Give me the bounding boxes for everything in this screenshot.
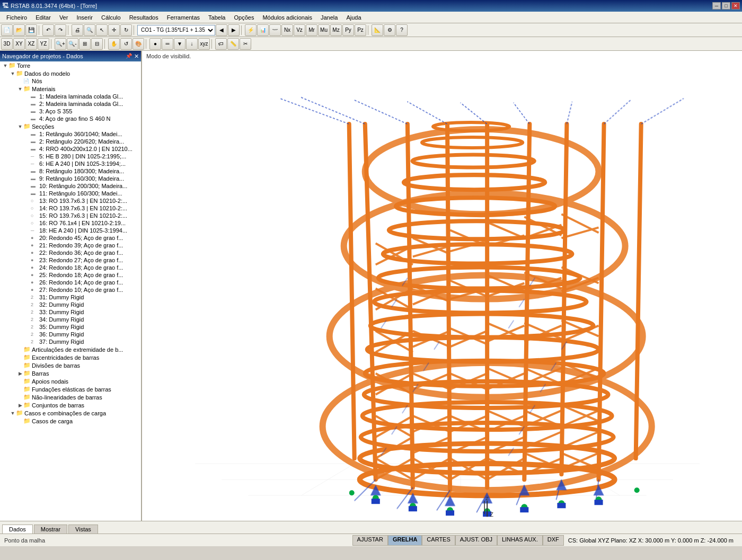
tree-node-dados[interactable]: ▼📁Dados do modelo [0, 69, 141, 77]
supports-btn[interactable]: ▼ [174, 38, 186, 50]
menu-item-tabela[interactable]: Tabela [204, 13, 229, 22]
tree-node-apoios[interactable]: 📁Apoios nodais [0, 377, 141, 385]
menu-item-opções[interactable]: Opções [229, 13, 258, 22]
menu-item-janela[interactable]: Janela [316, 13, 342, 22]
tree-node-sec13[interactable]: ○13: RO 193.7x6.3 | EN 10210-2:... [0, 197, 141, 205]
zoomwindow-button[interactable]: ⊟ [91, 38, 103, 50]
menu-item-módulos-adicionais[interactable]: Módulos adicionais [258, 13, 316, 22]
undo-button[interactable]: ↶ [42, 24, 54, 36]
prev-combo[interactable]: ◀ [216, 24, 227, 36]
restore-button[interactable]: □ [722, 2, 730, 10]
calc-button[interactable]: ⚡ [245, 24, 257, 36]
status-btn-ajust.obj[interactable]: AJUST. OBJ [455, 535, 497, 546]
nodes-btn[interactable]: ● [149, 38, 161, 50]
tree-node-sec26[interactable]: ●26: Redondo 14; Aço de grao f... [0, 279, 141, 286]
tree-node-sec18[interactable]: ─18: HE A 240 | DIN 1025-3:1994... [0, 227, 141, 234]
tree-node-sec36[interactable]: 236: Dummy Rigid [0, 331, 141, 338]
menu-item-ficheiro[interactable]: Ficheiro [2, 13, 31, 22]
zoom-button[interactable]: 🔍 [84, 24, 95, 36]
tree-node-sec10[interactable]: ▬10: Retângulo 200/300; Madeira... [0, 182, 141, 190]
rotate-button[interactable]: ↻ [120, 24, 132, 36]
close-button[interactable]: ✕ [731, 2, 740, 10]
tree-node-sec37[interactable]: 237: Dummy Rigid [0, 338, 141, 345]
combination-combo[interactable]: CO1 - TG (1.35*LF1 + 1.35 [137, 25, 215, 35]
status-btn-dxf[interactable]: DXF [543, 535, 564, 546]
view3d-button[interactable]: 3D [1, 38, 13, 50]
render-button[interactable]: 🎨 [132, 38, 144, 50]
moment2-button[interactable]: Mu [318, 24, 330, 36]
tree-node-conjuntos[interactable]: ▶📁Conjuntos de barras [0, 401, 141, 409]
print-button[interactable]: 🖨 [72, 24, 83, 36]
tree-node-sec25[interactable]: ●25: Redondo 18; Aço de grao f... [0, 271, 141, 279]
tree-node-mat1[interactable]: ▬1: Madeira laminada colada Gl... [0, 93, 141, 100]
redo-button[interactable]: ↷ [55, 24, 66, 36]
tree-node-naolin[interactable]: 📁Não-linearidades de barras [0, 393, 141, 401]
tree-node-barras[interactable]: ▶📁Barras [0, 369, 141, 377]
orbit-button[interactable]: ↺ [120, 38, 132, 50]
viewxz-button[interactable]: XZ [25, 38, 37, 50]
tree-node-fundacoes[interactable]: 📁Fundações elásticas de barras [0, 385, 141, 393]
menu-item-inserir[interactable]: Inserir [72, 13, 97, 22]
tree-node-sec33[interactable]: 233: Dummy Rigid [0, 308, 141, 316]
bottom-tab-mostrar[interactable]: Mostrar [34, 525, 67, 534]
tree-node-sec24[interactable]: ●24: Redondo 18; Aço de grao f... [0, 264, 141, 271]
config-button[interactable]: ⚙ [384, 24, 395, 36]
moment-button[interactable]: Mr [306, 24, 317, 36]
menu-item-ajuda[interactable]: Ajuda [342, 13, 365, 22]
moment4-button[interactable]: Py [342, 24, 354, 36]
tree-node-sec35[interactable]: 235: Dummy Rigid [0, 323, 141, 331]
tree-node-sec22[interactable]: ●22: Redondo 36; Aço de grao f... [0, 249, 141, 256]
tree-expander-materiais[interactable]: ▼ [17, 86, 23, 92]
tree-area[interactable]: ▼📁Torre▼📁Dados do modelo📄Nós▼📁Materiais▬… [0, 61, 141, 521]
tree-node-sec32[interactable]: 232: Dummy Rigid [0, 301, 141, 308]
viewport[interactable]: Modo de visibilid. [142, 51, 742, 521]
tree-node-sec15[interactable]: ○15: RO 139.7x6.3 | EN 10210-2:... [0, 212, 141, 219]
tree-node-sec4[interactable]: ▬4: RRO 400x200x12.0 | EN 10210... [0, 145, 141, 153]
section-btn[interactable]: ✂ [240, 38, 251, 50]
tree-node-excentricidades[interactable]: 📁Excentricidades de barras [0, 353, 141, 361]
results-button[interactable]: 📊 [257, 24, 269, 36]
tree-node-mat3[interactable]: ▬3: Aço S 355 [0, 108, 141, 115]
tree-node-nos[interactable]: 📄Nós [0, 77, 141, 85]
status-btn-linhasaux.[interactable]: LINHAS AUX. [497, 535, 543, 546]
open-button[interactable]: 📂 [13, 24, 25, 36]
tree-node-materiais[interactable]: ▼📁Materiais [0, 85, 141, 93]
tree-node-sec5[interactable]: ─5: HE B 280 | DIN 1025-2:1995;... [0, 153, 141, 160]
tree-node-sec2[interactable]: ▬2: Retângulo 220/620; Madeira... [0, 138, 141, 145]
status-btn-ajustar[interactable]: AJUSTAR [352, 535, 388, 546]
menu-item-cálculo[interactable]: Cálculo [97, 13, 125, 22]
tree-node-cargas[interactable]: 📁Casos de carga [0, 417, 141, 425]
tree-node-sec11[interactable]: ▬11: Retângulo 160/300; Madei... [0, 190, 141, 197]
tree-node-sec16[interactable]: ○16: RO 76.1x4 | EN 10210-2:19... [0, 219, 141, 227]
viewxy-button[interactable]: XY [13, 38, 25, 50]
forces-button[interactable]: Nx [281, 24, 293, 36]
zoomfit-button[interactable]: ⊞ [79, 38, 91, 50]
tree-node-articulacoes[interactable]: 📁Articulações de extremidade de b... [0, 345, 141, 353]
tree-node-sec8[interactable]: ▬8: Retângulo 180/300; Madeira... [0, 167, 141, 175]
tree-node-sec9[interactable]: ▬9: Retângulo 160/300; Madeira... [0, 175, 141, 182]
zoomout-button[interactable]: 🔍- [67, 38, 78, 50]
select-button[interactable]: ↖ [96, 24, 108, 36]
menu-item-ferramentas[interactable]: Ferramentas [163, 13, 204, 22]
status-btn-cartes[interactable]: CARTES [422, 535, 455, 546]
deform-button[interactable]: 〰 [269, 24, 281, 36]
tree-node-mat4[interactable]: ▬4: Aço de grao fino S 460 N [0, 115, 141, 122]
tree-node-divisoes[interactable]: 📁Divisões de barras [0, 361, 141, 369]
next-combo[interactable]: ▶ [228, 24, 240, 36]
viewyz-button[interactable]: YZ [38, 38, 49, 50]
tree-node-sec1[interactable]: ▬1: Retângulo 360/1040; Madei... [0, 130, 141, 138]
tree-node-casos[interactable]: ▼📁Casos e combinações de carga [0, 409, 141, 417]
pan-button[interactable]: ✋ [108, 38, 120, 50]
status-btn-grelha[interactable]: GRELHA [388, 535, 422, 546]
help-button[interactable]: ? [396, 24, 408, 36]
panel-pin[interactable]: 📌 [126, 53, 132, 60]
axes-btn[interactable]: xyz [198, 38, 210, 50]
tree-node-seccoes[interactable]: ▼📁Secções [0, 122, 141, 130]
save-button[interactable]: 💾 [25, 24, 37, 36]
tree-node-sec31[interactable]: 231: Dummy Rigid [0, 294, 141, 301]
bottom-tab-vistas[interactable]: Vistas [68, 525, 98, 534]
tree-expander-conjuntos[interactable]: ▶ [17, 403, 23, 408]
new-button[interactable]: 📄 [1, 24, 13, 36]
tree-node-sec6[interactable]: ─6: HE A 240 | DIN 1025-3:1994;... [0, 160, 141, 167]
tree-node-sec23[interactable]: ●23: Redondo 27; Aço de grao f... [0, 256, 141, 264]
